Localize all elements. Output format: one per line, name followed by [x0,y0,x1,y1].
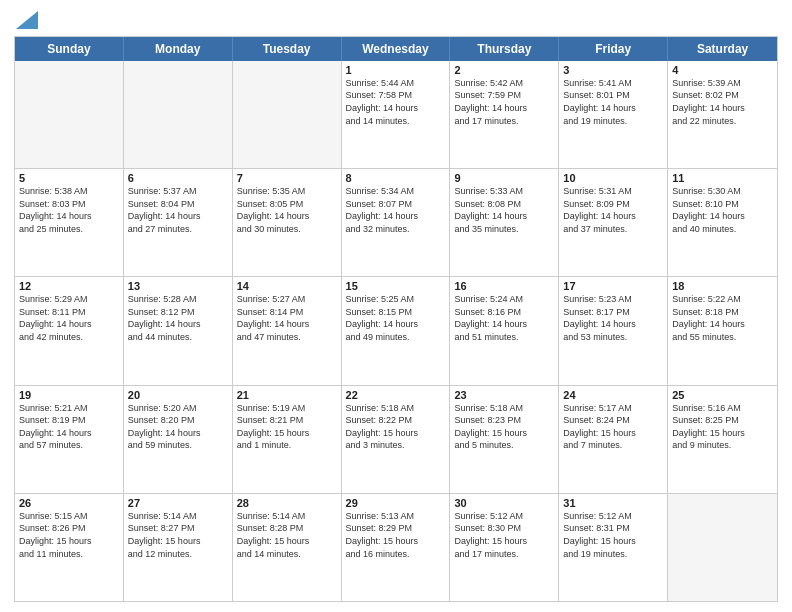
cell-info: Sunrise: 5:35 AM Sunset: 8:05 PM Dayligh… [237,185,337,235]
calendar: SundayMondayTuesdayWednesdayThursdayFrid… [14,36,778,602]
day-number: 5 [19,172,119,184]
day-number: 29 [346,497,446,509]
cell-info: Sunrise: 5:34 AM Sunset: 8:07 PM Dayligh… [346,185,446,235]
day-number: 11 [672,172,773,184]
calendar-cell: 23Sunrise: 5:18 AM Sunset: 8:23 PM Dayli… [450,386,559,493]
day-number: 8 [346,172,446,184]
cell-info: Sunrise: 5:25 AM Sunset: 8:15 PM Dayligh… [346,293,446,343]
logo [14,10,38,30]
cell-info: Sunrise: 5:22 AM Sunset: 8:18 PM Dayligh… [672,293,773,343]
day-number: 28 [237,497,337,509]
logo-text [14,10,38,30]
cell-info: Sunrise: 5:41 AM Sunset: 8:01 PM Dayligh… [563,77,663,127]
cell-info: Sunrise: 5:23 AM Sunset: 8:17 PM Dayligh… [563,293,663,343]
calendar-cell [124,61,233,168]
day-number: 31 [563,497,663,509]
cell-info: Sunrise: 5:29 AM Sunset: 8:11 PM Dayligh… [19,293,119,343]
calendar-cell: 15Sunrise: 5:25 AM Sunset: 8:15 PM Dayli… [342,277,451,384]
day-number: 30 [454,497,554,509]
calendar-cell: 12Sunrise: 5:29 AM Sunset: 8:11 PM Dayli… [15,277,124,384]
calendar-cell: 14Sunrise: 5:27 AM Sunset: 8:14 PM Dayli… [233,277,342,384]
day-number: 6 [128,172,228,184]
calendar-cell: 20Sunrise: 5:20 AM Sunset: 8:20 PM Dayli… [124,386,233,493]
cell-info: Sunrise: 5:28 AM Sunset: 8:12 PM Dayligh… [128,293,228,343]
day-number: 7 [237,172,337,184]
calendar-cell: 31Sunrise: 5:12 AM Sunset: 8:31 PM Dayli… [559,494,668,601]
calendar-cell: 25Sunrise: 5:16 AM Sunset: 8:25 PM Dayli… [668,386,777,493]
calendar-row-3: 12Sunrise: 5:29 AM Sunset: 8:11 PM Dayli… [15,276,777,384]
day-number: 4 [672,64,773,76]
calendar-cell: 10Sunrise: 5:31 AM Sunset: 8:09 PM Dayli… [559,169,668,276]
cell-info: Sunrise: 5:17 AM Sunset: 8:24 PM Dayligh… [563,402,663,452]
day-number: 3 [563,64,663,76]
logo-triangle-icon [16,11,38,29]
calendar-cell: 28Sunrise: 5:14 AM Sunset: 8:28 PM Dayli… [233,494,342,601]
day-number: 18 [672,280,773,292]
day-number: 2 [454,64,554,76]
day-number: 15 [346,280,446,292]
cell-info: Sunrise: 5:12 AM Sunset: 8:31 PM Dayligh… [563,510,663,560]
cell-info: Sunrise: 5:38 AM Sunset: 8:03 PM Dayligh… [19,185,119,235]
cell-info: Sunrise: 5:44 AM Sunset: 7:58 PM Dayligh… [346,77,446,127]
logo-icon [14,10,38,30]
calendar-cell: 29Sunrise: 5:13 AM Sunset: 8:29 PM Dayli… [342,494,451,601]
calendar-cell: 8Sunrise: 5:34 AM Sunset: 8:07 PM Daylig… [342,169,451,276]
calendar-cell: 2Sunrise: 5:42 AM Sunset: 7:59 PM Daylig… [450,61,559,168]
calendar-cell: 5Sunrise: 5:38 AM Sunset: 8:03 PM Daylig… [15,169,124,276]
cell-info: Sunrise: 5:18 AM Sunset: 8:23 PM Dayligh… [454,402,554,452]
cell-info: Sunrise: 5:27 AM Sunset: 8:14 PM Dayligh… [237,293,337,343]
calendar-cell: 1Sunrise: 5:44 AM Sunset: 7:58 PM Daylig… [342,61,451,168]
cell-info: Sunrise: 5:30 AM Sunset: 8:10 PM Dayligh… [672,185,773,235]
day-number: 25 [672,389,773,401]
calendar-cell: 22Sunrise: 5:18 AM Sunset: 8:22 PM Dayli… [342,386,451,493]
calendar-cell: 26Sunrise: 5:15 AM Sunset: 8:26 PM Dayli… [15,494,124,601]
calendar-cell: 6Sunrise: 5:37 AM Sunset: 8:04 PM Daylig… [124,169,233,276]
cell-info: Sunrise: 5:15 AM Sunset: 8:26 PM Dayligh… [19,510,119,560]
day-number: 17 [563,280,663,292]
calendar-cell: 17Sunrise: 5:23 AM Sunset: 8:17 PM Dayli… [559,277,668,384]
calendar-cell [233,61,342,168]
calendar-cell: 27Sunrise: 5:14 AM Sunset: 8:27 PM Dayli… [124,494,233,601]
calendar-cell: 24Sunrise: 5:17 AM Sunset: 8:24 PM Dayli… [559,386,668,493]
day-header-tuesday: Tuesday [233,37,342,61]
calendar-cell [15,61,124,168]
calendar-cell: 19Sunrise: 5:21 AM Sunset: 8:19 PM Dayli… [15,386,124,493]
cell-info: Sunrise: 5:24 AM Sunset: 8:16 PM Dayligh… [454,293,554,343]
calendar-row-5: 26Sunrise: 5:15 AM Sunset: 8:26 PM Dayli… [15,493,777,601]
cell-info: Sunrise: 5:31 AM Sunset: 8:09 PM Dayligh… [563,185,663,235]
day-number: 22 [346,389,446,401]
day-number: 10 [563,172,663,184]
day-number: 23 [454,389,554,401]
cell-info: Sunrise: 5:21 AM Sunset: 8:19 PM Dayligh… [19,402,119,452]
day-number: 12 [19,280,119,292]
day-header-sunday: Sunday [15,37,124,61]
day-number: 13 [128,280,228,292]
cell-info: Sunrise: 5:14 AM Sunset: 8:28 PM Dayligh… [237,510,337,560]
calendar-cell: 21Sunrise: 5:19 AM Sunset: 8:21 PM Dayli… [233,386,342,493]
calendar-row-1: 1Sunrise: 5:44 AM Sunset: 7:58 PM Daylig… [15,61,777,168]
calendar-cell: 3Sunrise: 5:41 AM Sunset: 8:01 PM Daylig… [559,61,668,168]
calendar-cell: 18Sunrise: 5:22 AM Sunset: 8:18 PM Dayli… [668,277,777,384]
cell-info: Sunrise: 5:19 AM Sunset: 8:21 PM Dayligh… [237,402,337,452]
page: SundayMondayTuesdayWednesdayThursdayFrid… [0,0,792,612]
cell-info: Sunrise: 5:12 AM Sunset: 8:30 PM Dayligh… [454,510,554,560]
day-number: 21 [237,389,337,401]
cell-info: Sunrise: 5:39 AM Sunset: 8:02 PM Dayligh… [672,77,773,127]
day-number: 20 [128,389,228,401]
day-number: 9 [454,172,554,184]
calendar-cell [668,494,777,601]
calendar-row-4: 19Sunrise: 5:21 AM Sunset: 8:19 PM Dayli… [15,385,777,493]
cell-info: Sunrise: 5:33 AM Sunset: 8:08 PM Dayligh… [454,185,554,235]
calendar-cell: 7Sunrise: 5:35 AM Sunset: 8:05 PM Daylig… [233,169,342,276]
cell-info: Sunrise: 5:37 AM Sunset: 8:04 PM Dayligh… [128,185,228,235]
cell-info: Sunrise: 5:20 AM Sunset: 8:20 PM Dayligh… [128,402,228,452]
calendar-cell: 16Sunrise: 5:24 AM Sunset: 8:16 PM Dayli… [450,277,559,384]
calendar-cell: 9Sunrise: 5:33 AM Sunset: 8:08 PM Daylig… [450,169,559,276]
calendar-cell: 4Sunrise: 5:39 AM Sunset: 8:02 PM Daylig… [668,61,777,168]
calendar-row-2: 5Sunrise: 5:38 AM Sunset: 8:03 PM Daylig… [15,168,777,276]
calendar-cell: 30Sunrise: 5:12 AM Sunset: 8:30 PM Dayli… [450,494,559,601]
day-header-wednesday: Wednesday [342,37,451,61]
day-number: 26 [19,497,119,509]
day-number: 19 [19,389,119,401]
day-number: 1 [346,64,446,76]
